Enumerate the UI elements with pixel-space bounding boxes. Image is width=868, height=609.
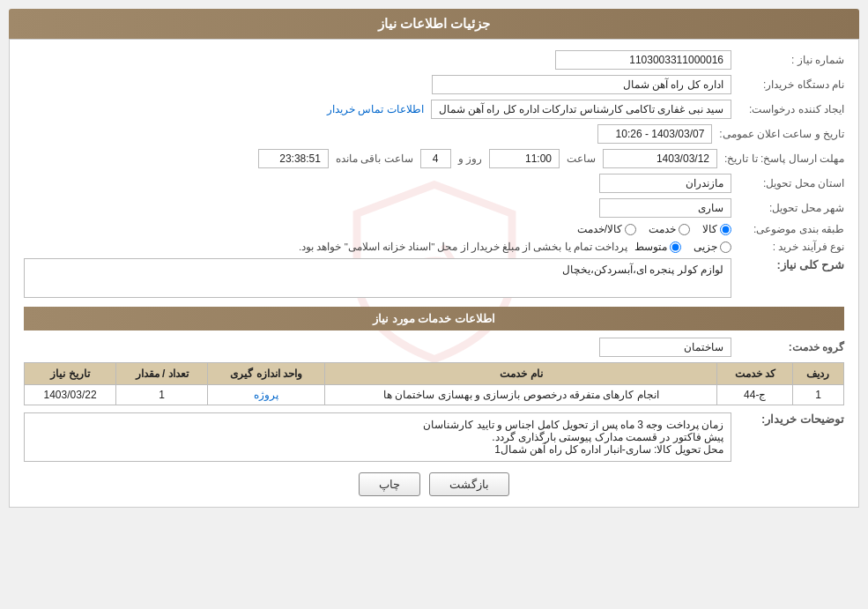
farayand-note: پرداخت تمام یا بخشی از مبلغ خریدار از مح… xyxy=(24,241,627,253)
row-creator: ایجاد کننده درخواست: سید نبی غفاری تاکام… xyxy=(24,100,844,119)
shomareNiaz-value: 1103003311000016 xyxy=(555,50,731,70)
mohlat-mande-label: ساعت باقی مانده xyxy=(336,152,413,165)
sharh-label: شرح کلی نیاز: xyxy=(738,258,844,271)
mohlat-saat-value: 11:00 xyxy=(489,149,560,168)
cell-tedad: 1 xyxy=(116,385,208,405)
col-name: نام خدمت xyxy=(325,363,717,385)
cell-name: انجام کارهای متفرقه درخصوص بازسازی و بهس… xyxy=(325,385,717,405)
creator-value: سید نبی غفاری تاکامی کارشناس تدارکات ادا… xyxy=(431,100,731,119)
col-tarikh: تاریخ نیاز xyxy=(25,363,116,385)
tabaqe-khedmat-label: خدمت xyxy=(649,223,676,235)
row-farayand: نوع فرآیند خرید : جزیی متوسط پرداخت تمام… xyxy=(24,241,844,253)
ostan-label: استان محل تحویل: xyxy=(738,177,844,189)
mohlat-date: 1403/03/12 xyxy=(603,149,717,168)
tabaqe-kala-khedmat-label: کالا/خدمت xyxy=(577,223,622,235)
mohlat-mande-value: 23:38:51 xyxy=(258,149,329,168)
tabaqe-label: طبقه بندی موضوعی: xyxy=(738,223,844,235)
mohlat-saat-label: ساعت xyxy=(567,152,596,165)
farayand-motovaset-label: متوسط xyxy=(634,241,667,253)
cell-tarikh: 1403/03/22 xyxy=(25,385,116,405)
mohlat-roz-label: روز و xyxy=(458,152,482,165)
row-toshihat: توضیحات خریدار: زمان پرداخت وجه 3 ماه پس… xyxy=(24,412,844,462)
group-service-value: ساختمان xyxy=(599,338,731,357)
header-title: جزئیات اطلاعات نیاز xyxy=(378,16,490,31)
farayand-label: نوع فرآیند خرید : xyxy=(738,241,844,253)
row-shomareNiaz: شماره نیاز : 1103003311000016 xyxy=(24,50,844,70)
button-group: بازگشت چاپ xyxy=(24,472,844,496)
group-service-label: گروه خدمت: xyxy=(738,341,844,353)
farayand-radio-jozi[interactable]: جزیی xyxy=(694,241,731,253)
ostan-value: مازندران xyxy=(599,174,731,193)
row-namedastgah: نام دستگاه خریدار: اداره کل راه آهن شمال xyxy=(24,75,844,94)
cell-vahed: پروژه xyxy=(208,385,325,405)
section2-header: اطلاعات خدمات مورد نیاز xyxy=(24,307,844,330)
cell-radif: 1 xyxy=(792,385,843,405)
page-header: جزئیات اطلاعات نیاز xyxy=(9,9,859,39)
table-row: 1 ج-44 انجام کارهای متفرقه درخصوص بازساز… xyxy=(25,385,844,405)
row-mohlat: مهلت ارسال پاسخ: تا تاریخ: 1403/03/12 سا… xyxy=(24,149,844,168)
tabaqe-radio-kala-khedmat[interactable]: کالا/خدمت xyxy=(577,223,636,235)
farayand-radio-group: جزیی متوسط xyxy=(634,241,731,253)
col-vahed: واحد اندازه گیری xyxy=(208,363,325,385)
shahr-value: ساری xyxy=(599,198,731,218)
tabaqe-radio-kala[interactable]: کالا xyxy=(702,223,731,235)
shahr-label: شهر محل تحویل: xyxy=(738,202,844,214)
row-ostan: استان محل تحویل: مازندران xyxy=(24,174,844,193)
mohlat-roz-value: 4 xyxy=(420,149,451,168)
shomareNiaz-label: شماره نیاز : xyxy=(738,54,844,66)
col-radif: ردیف xyxy=(792,363,843,385)
print-button[interactable]: چاپ xyxy=(359,472,420,496)
creator-label: ایجاد کننده درخواست: xyxy=(738,103,844,115)
namedastgah-value: اداره کل راه آهن شمال xyxy=(432,75,731,94)
sharh-value: لوازم کولر پنجره ای،آبسردکن،یخچال xyxy=(24,258,731,298)
toshihat-label: توضیحات خریدار: xyxy=(738,412,844,426)
services-table: ردیف کد خدمت نام خدمت واحد اندازه گیری ت… xyxy=(24,362,844,405)
creator-link[interactable]: اطلاعات تماس خریدار xyxy=(327,103,424,115)
tabaqe-radio-khedmat[interactable]: خدمت xyxy=(649,223,690,235)
namedastgah-label: نام دستگاه خریدار: xyxy=(738,78,844,91)
back-button[interactable]: بازگشت xyxy=(429,472,509,496)
tabaqe-radio-group: کالا خدمت کالا/خدمت xyxy=(577,223,731,235)
row-shahr: شهر محل تحویل: ساری xyxy=(24,198,844,218)
tabaqe-kala-label: کالا xyxy=(702,223,717,235)
mohlat-label: مهلت ارسال پاسخ: تا تاریخ: xyxy=(724,152,844,165)
toshihat-value: زمان پرداخت وجه 3 ماه پس از تحویل کامل ا… xyxy=(24,412,731,462)
row-sharh: شرح کلی نیاز: لوازم کولر پنجره ای،آبسردک… xyxy=(24,258,844,298)
date-label: تاریخ و ساعت اعلان عمومی: xyxy=(719,128,844,140)
row-group-service: گروه خدمت: ساختمان xyxy=(24,338,844,357)
cell-kod: ج-44 xyxy=(717,385,793,405)
row-date: تاریخ و ساعت اعلان عمومی: 1403/03/07 - 1… xyxy=(24,124,844,144)
farayand-radio-motovaset[interactable]: متوسط xyxy=(634,241,681,253)
row-tabaqe: طبقه بندی موضوعی: کالا خدمت کالا/خدمت xyxy=(24,223,844,235)
col-tedad: تعداد / مقدار xyxy=(116,363,208,385)
date-value: 1403/03/07 - 10:26 xyxy=(597,124,712,144)
col-kod: کد خدمت xyxy=(717,363,793,385)
section2-title: اطلاعات خدمات مورد نیاز xyxy=(373,312,495,325)
farayand-jozi-label: جزیی xyxy=(694,241,717,253)
